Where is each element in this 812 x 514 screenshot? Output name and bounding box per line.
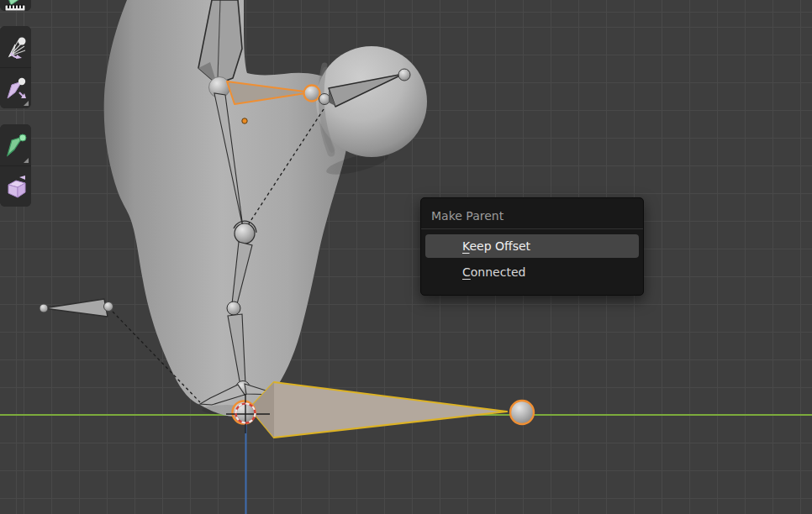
active-bone[interactable] (233, 382, 535, 438)
transform-cube-tool-button[interactable] (0, 165, 31, 207)
menu-item-accel: C (462, 265, 471, 279)
selected-bone-tip-ball[interactable] (304, 86, 320, 102)
tool-group (0, 0, 31, 11)
menu-title: Make Parent (421, 202, 643, 227)
bone-roll-fan-icon (4, 35, 28, 59)
bone-extrude-icon (4, 76, 28, 100)
make-parent-menu: Make Parent Keep Offset Connected (420, 197, 644, 296)
menu-item-connected[interactable]: Connected (425, 260, 639, 284)
tool-group (0, 124, 31, 207)
menu-separator (421, 228, 643, 229)
left-floating-bone[interactable] (40, 299, 113, 317)
ruler-icon (3, 0, 27, 11)
menu-item-keep-offset[interactable]: Keep Offset (425, 234, 639, 258)
menu-item-label: onnected (471, 265, 526, 279)
cube-arrow-icon (4, 175, 28, 198)
blender-window: Make Parent Keep Offset Connected (0, 0, 812, 514)
viewport-3d[interactable]: Make Parent Keep Offset Connected (0, 0, 812, 514)
submenu-corner-indicator (24, 101, 29, 106)
green-bone-icon (4, 134, 28, 157)
bone-roll-tool-button[interactable] (0, 26, 31, 67)
submenu-corner-indicator (24, 158, 29, 163)
extrude-tool-button[interactable] (0, 67, 31, 108)
object-origin-dot (242, 118, 247, 123)
bone-envelope-tool-button[interactable] (0, 124, 31, 165)
measure-tool-button[interactable] (0, 0, 31, 11)
menu-item-label: eep Offset (469, 239, 530, 253)
tool-group (0, 26, 31, 108)
scene-3d (0, 0, 812, 514)
active-bone-tip-ball[interactable] (510, 401, 534, 424)
